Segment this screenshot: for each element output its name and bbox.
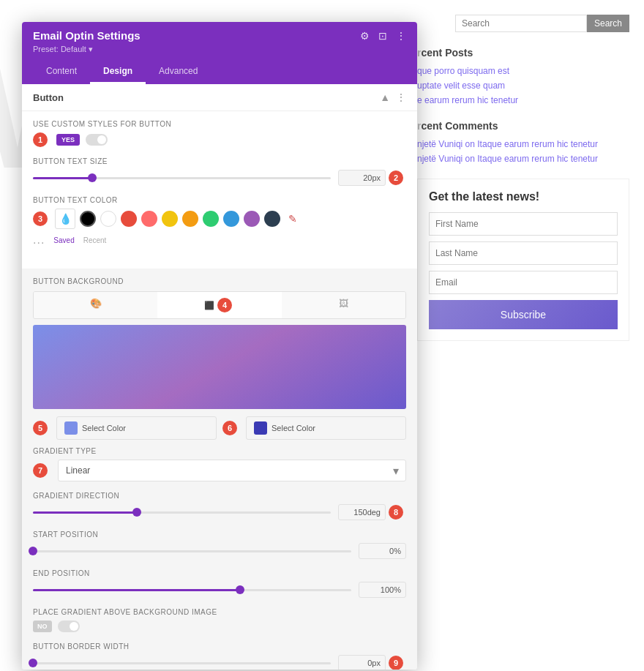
toggle-yes[interactable]: YES — [56, 134, 80, 146]
email-input[interactable] — [429, 271, 618, 294]
text-size-track[interactable] — [33, 177, 331, 179]
start-position-label: Start Position — [33, 531, 406, 539]
badge-6: 6 — [222, 421, 237, 435]
text-size-value[interactable]: 20px — [338, 170, 386, 186]
bg-label: Button Background — [33, 277, 406, 285]
color-tabs: ··· Saved Recent — [33, 233, 406, 250]
color-swatch-white[interactable] — [100, 211, 116, 227]
color-swatch-yellow[interactable] — [162, 211, 178, 227]
toggle-no[interactable]: NO — [33, 621, 52, 632]
border-track[interactable] — [33, 662, 331, 664]
text-color-row: Button Text Color 3 💧 ✎ — [33, 196, 406, 250]
border-thumb[interactable] — [29, 659, 37, 667]
color-stop-2[interactable]: Select Color — [246, 416, 406, 440]
text-size-row: Button Text Size 20px 2 — [33, 157, 406, 186]
stop1-label: Select Color — [82, 424, 126, 432]
end-fill — [33, 589, 240, 591]
border-width-label: Button Border Width — [33, 642, 406, 651]
bg-tab-gradient[interactable]: ⬛ 4 — [157, 292, 281, 318]
gradient-type-select[interactable]: Linear — [58, 460, 406, 481]
direction-thumb[interactable] — [132, 508, 141, 517]
recent-posts-title: rcent Posts — [417, 47, 629, 59]
search-button[interactable]: Search — [587, 15, 629, 32]
post-item-2[interactable]: uptate velit esse quam — [417, 80, 629, 91]
direction-track[interactable] — [33, 511, 331, 514]
tab-content[interactable]: Content — [33, 60, 90, 84]
stop1-swatch — [64, 421, 78, 435]
gradient-type-label: Gradient Type — [33, 447, 406, 455]
bg-type-tabs: 🎨 ⬛ 4 🖼 — [33, 291, 406, 319]
recent-tab[interactable]: Recent — [83, 236, 107, 250]
border-width-row: Button Border Width 0px 9 — [33, 642, 406, 670]
tab-design[interactable]: Design — [90, 60, 146, 84]
panel-title: Email Optin Settings — [33, 29, 141, 42]
search-input[interactable] — [455, 15, 587, 32]
comment-item-2[interactable]: njetë Vuniqi on Itaque earum rerum hic t… — [417, 154, 629, 164]
post-item-1[interactable]: que porro quisquam est — [417, 66, 629, 76]
end-value[interactable]: 100% — [359, 582, 406, 598]
toggle-switch[interactable] — [86, 134, 108, 146]
place-gradient-label: Place Gradient Above Background Image — [33, 608, 406, 616]
section-menu-icon[interactable]: ⋮ — [396, 91, 406, 103]
settings-icon[interactable]: ⚙ — [360, 30, 370, 42]
gradient-direction-row: Gradient Direction 150deg 8 — [33, 492, 406, 520]
text-color-label: Button Text Color — [33, 196, 406, 204]
border-width-slider: 0px 9 — [33, 655, 406, 670]
color-swatch-salmon[interactable] — [141, 211, 157, 227]
end-track[interactable] — [33, 589, 351, 591]
text-size-label: Button Text Size — [33, 157, 406, 165]
badge-2: 2 — [389, 170, 403, 185]
direction-value[interactable]: 150deg — [338, 504, 386, 520]
settings-content: Use Custom Styles For Button 1 YES Butto… — [22, 111, 417, 269]
color-stops-row: 5 Select Color 6 Select Color — [33, 416, 406, 440]
place-gradient-row: Place Gradient Above Background Image NO — [33, 608, 406, 632]
place-gradient-switch[interactable] — [58, 621, 80, 632]
start-position-slider: 0% — [33, 543, 406, 559]
color-swatch-red[interactable] — [121, 211, 137, 227]
bg-tab-image[interactable]: 🖼 — [282, 292, 405, 318]
eyedropper-icon[interactable]: 💧 — [55, 209, 75, 229]
panel-tabs: Content Design Advanced — [33, 60, 406, 84]
first-name-input[interactable] — [429, 212, 618, 236]
gradient-icon: ⬛ — [204, 301, 214, 310]
subscribe-title: Get the latest news! — [429, 190, 618, 203]
pencil-icon[interactable]: ✎ — [285, 211, 301, 227]
start-track[interactable] — [33, 550, 351, 552]
comment-item-1[interactable]: njetë Vuniqi on Itaque earum rerum hic t… — [417, 139, 629, 149]
color-stop-1[interactable]: Select Color — [56, 416, 217, 440]
more-dots[interactable]: ··· — [33, 236, 45, 250]
border-value[interactable]: 0px — [338, 655, 386, 670]
badge-9: 9 — [389, 656, 403, 670]
recent-posts-widget: rcent Posts que porro quisquam est uptat… — [417, 47, 629, 105]
badge-4: 4 — [217, 298, 232, 312]
color-swatch-blue[interactable] — [223, 211, 239, 227]
blog-sidebar: Search rcent Posts que porro quisquam es… — [417, 15, 629, 341]
tab-advanced[interactable]: Advanced — [146, 60, 211, 84]
color-swatch-orange[interactable] — [182, 211, 198, 227]
color-swatch-green[interactable] — [203, 211, 219, 227]
end-position-row: End Position 100% — [33, 569, 406, 598]
search-bar: Search — [417, 15, 629, 32]
start-value[interactable]: 0% — [359, 543, 406, 559]
panel-preset[interactable]: Preset: Default ▾ — [33, 45, 406, 54]
badge-8: 8 — [389, 505, 403, 520]
badge-1: 1 — [33, 132, 48, 147]
columns-icon[interactable]: ⊡ — [378, 30, 387, 42]
badge-3: 3 — [33, 211, 48, 226]
last-name-input[interactable] — [429, 241, 618, 265]
end-thumb[interactable] — [236, 585, 244, 594]
color-swatch-purple[interactable] — [244, 211, 260, 227]
place-gradient-toggle: NO — [33, 621, 406, 632]
gradient-direction-label: Gradient Direction — [33, 492, 406, 500]
text-size-thumb[interactable] — [88, 173, 97, 182]
start-thumb[interactable] — [29, 547, 37, 555]
post-item-3[interactable]: e earum rerum hic tenetur — [417, 95, 629, 105]
color-swatch-dark[interactable] — [264, 211, 280, 227]
subscribe-button[interactable]: Subscribe — [429, 300, 618, 329]
more-icon[interactable]: ⋮ — [396, 30, 406, 42]
color-swatch-black[interactable] — [80, 211, 96, 227]
custom-styles-label: Use Custom Styles For Button — [33, 120, 406, 128]
saved-tab[interactable]: Saved — [53, 236, 74, 250]
collapse-icon[interactable]: ▲ — [380, 91, 390, 103]
bg-tab-solid[interactable]: 🎨 — [34, 292, 157, 318]
